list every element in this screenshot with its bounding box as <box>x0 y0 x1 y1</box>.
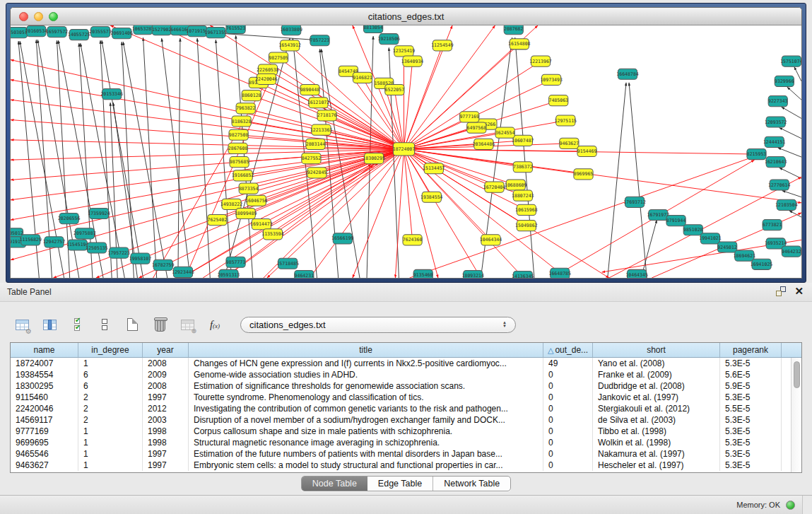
table-cell[interactable]: 1998 <box>143 437 189 448</box>
graph-node[interactable]: 9875685 <box>230 157 249 168</box>
graph-node[interactable]: 19941021 <box>699 233 722 244</box>
table-options-button[interactable]: ⚙ <box>11 314 33 335</box>
graph-node[interactable]: 20355573 <box>89 27 112 37</box>
zoom-window-icon[interactable] <box>49 12 58 21</box>
graph-node[interactable]: 7963822 <box>236 103 256 114</box>
graph-node[interactable]: 9329966 <box>775 76 794 86</box>
graph-node[interactable]: 9857771 <box>226 257 246 267</box>
table-row[interactable]: 911546021997Tourette syndrome. Phenomeno… <box>11 392 801 403</box>
graph-node[interactable]: 12923448 <box>172 267 194 277</box>
table-cell[interactable]: Structural magnetic resonance image aver… <box>189 437 543 448</box>
table-cell[interactable]: 0 <box>543 414 593 426</box>
table-cell[interactable]: 6 <box>78 380 143 392</box>
minimize-window-icon[interactable] <box>34 12 43 21</box>
graph-node[interactable]: 19671355 <box>205 28 228 38</box>
graph-node[interactable]: 17359924 <box>88 208 110 218</box>
graph-node[interactable]: 7624360 <box>403 235 423 245</box>
close-window-icon[interactable] <box>19 12 28 21</box>
tab-network-table[interactable]: Network Table <box>433 477 510 491</box>
graph-node[interactable]: 10653287 <box>132 25 155 35</box>
graph-node[interactable]: 7615523 <box>226 25 246 34</box>
table-row[interactable]: 946362711997Embryonic stem cells: a mode… <box>11 460 801 471</box>
graph-node[interactable]: 9463627 <box>560 138 579 148</box>
graph-node[interactable]: 15718485 <box>276 258 299 269</box>
graph-node[interactable]: 10973493 <box>540 74 563 85</box>
network-canvas[interactable]: 8503051201605341659757214055725203555732… <box>11 25 801 278</box>
table-cell[interactable]: 6 <box>78 369 143 380</box>
graph-node[interactable]: 16121072 <box>307 98 330 108</box>
table-cell[interactable]: 0 <box>543 403 593 414</box>
column-header-pagerank[interactable]: pagerank <box>720 343 782 357</box>
graph-node[interactable]: 6773821 <box>763 220 782 230</box>
graph-node[interactable]: 8215953 <box>747 148 767 159</box>
table-cell[interactable]: 1 <box>78 358 143 369</box>
table-cell[interactable]: 18724007 <box>11 358 78 369</box>
graph-node[interactable]: 16046756 <box>245 195 268 206</box>
table-cell[interactable]: 1998 <box>143 426 189 437</box>
graph-node[interactable]: 18724007 <box>393 143 416 156</box>
graph-node[interactable]: 18807243 <box>512 190 534 201</box>
graph-node[interactable]: 9245012 <box>717 242 737 252</box>
table-cell[interactable]: Changes of HCN gene expression and I(f) … <box>189 358 543 369</box>
table-cell[interactable]: 0 <box>543 437 593 448</box>
graph-node[interactable]: 8791944 <box>666 216 686 226</box>
table-cell[interactable]: 5.3E-5 <box>720 460 782 471</box>
graph-node[interactable]: 8427552 <box>302 153 322 164</box>
graph-node[interactable]: 10464344 <box>480 235 502 245</box>
graph-node[interactable]: 16914473 <box>250 219 273 230</box>
graph-node[interactable]: 19384554 <box>420 192 443 202</box>
graph-node[interactable]: 22420046 <box>255 74 278 84</box>
graph-node[interactable]: 7485063 <box>548 95 568 106</box>
table-cell[interactable]: 1 <box>78 448 143 460</box>
graph-node[interactable]: 18694621 <box>734 250 756 261</box>
table-row[interactable]: 1938455462009Genome-wide association stu… <box>11 369 801 380</box>
table-cell[interactable]: Estimation of the future numbers of pati… <box>189 448 543 460</box>
graph-node[interactable]: 12942757 <box>43 237 66 247</box>
graph-node[interactable]: 19166852 <box>232 170 254 181</box>
close-panel-icon[interactable]: ✕ <box>794 286 804 296</box>
vertical-scrollbar[interactable] <box>791 358 801 472</box>
table-cell[interactable]: 5.5E-5 <box>720 403 782 414</box>
graph-node[interactable]: 20691406 <box>111 28 134 39</box>
table-cell[interactable]: Corpus callosum shape and size in male p… <box>189 426 543 437</box>
window-titlebar[interactable]: citations_edges.txt <box>11 8 801 25</box>
table-cell[interactable]: 2009 <box>143 369 189 380</box>
table-cell[interactable]: Investigating the contribution of common… <box>189 403 543 414</box>
graph-node[interactable]: 11156829 <box>19 235 42 245</box>
graph-node[interactable]: 18099489 <box>235 208 257 218</box>
graph-node[interactable]: 20364486 <box>473 139 495 149</box>
graph-node[interactable]: 16720404 <box>483 182 506 192</box>
table-cell[interactable]: Nakamura et al. (1997) <box>593 448 720 460</box>
graph-node[interactable]: 12213363 <box>310 124 333 135</box>
table-cell[interactable]: Genome-wide association studies in ADHD. <box>189 369 543 380</box>
graph-node[interactable]: 14136345 <box>512 271 534 278</box>
table-cell[interactable]: 0 <box>543 380 593 392</box>
graph-node[interactable]: 12975115 <box>555 115 577 126</box>
graph-node[interactable]: 12325419 <box>393 46 416 57</box>
row-height-button[interactable] <box>94 314 115 335</box>
graph-node[interactable]: 10615968 <box>515 204 538 215</box>
graph-node[interactable]: 6497568 <box>467 122 487 133</box>
table-cell[interactable]: 49 <box>543 358 593 369</box>
graph-node[interactable]: 12444151 <box>763 136 786 147</box>
graph-node[interactable]: 15751074 <box>780 56 801 66</box>
table-cell[interactable]: 1997 <box>143 460 189 471</box>
graph-node[interactable]: 14055725 <box>68 30 90 40</box>
graph-node[interactable]: 12505135 <box>86 243 108 253</box>
column-header-out_de[interactable]: △out_de... <box>543 343 593 357</box>
graph-node[interactable]: 12770614 <box>768 180 791 190</box>
graph-node[interactable]: 20591313 <box>218 269 240 278</box>
graph-node[interactable]: 9827505 <box>269 52 288 63</box>
graph-node[interactable]: 16782759 <box>152 259 175 270</box>
table-row[interactable]: 969969511998Structural magnetic resonanc… <box>11 437 801 448</box>
graph-node[interactable]: 15049862 <box>515 221 538 231</box>
graph-node[interactable]: 17957223 <box>107 247 130 258</box>
table-cell[interactable]: 0 <box>543 369 593 380</box>
table-cell[interactable]: 5.3E-5 <box>720 392 782 403</box>
graph-node[interactable]: 15134457 <box>423 163 445 174</box>
graph-node[interactable]: 2803144 <box>306 139 326 149</box>
table-cell[interactable]: de Silva et al. (2003) <box>593 414 720 426</box>
table-cell[interactable]: 18300295 <box>11 380 78 392</box>
graph-node[interactable]: 16154808 <box>508 39 531 49</box>
graph-node[interactable]: 7625402 <box>208 214 228 225</box>
